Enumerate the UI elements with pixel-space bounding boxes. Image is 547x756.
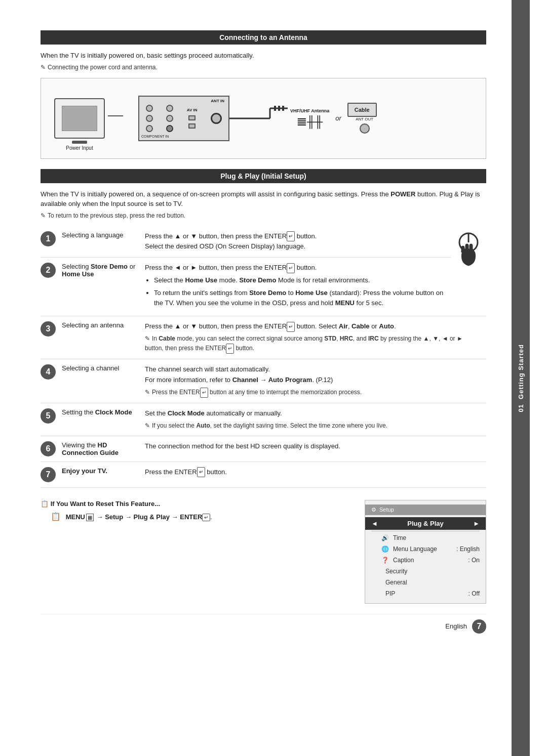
svg-rect-4	[278, 106, 280, 111]
step-3-row: 3 Selecting an antenna Press the ▲ or ▼ …	[41, 316, 486, 359]
step-3-label: Selecting an antenna	[60, 316, 141, 359]
step-6-label: Viewing the HD Connection Guide	[60, 436, 141, 461]
svg-rect-5	[282, 106, 284, 111]
step-6-desc: The connection method for the best HD sc…	[141, 436, 486, 461]
menu-header-row: ⚙ Setup	[365, 505, 486, 515]
plug-play-section-header: Plug & Play (Initial Setup)	[41, 169, 486, 183]
plug-play-note: To return to the previous step, press th…	[41, 212, 486, 219]
step-1-desc: Press the ▲ or ▼ button, then press the …	[141, 226, 451, 258]
step-1-label: Selecting a language	[60, 226, 141, 258]
step-7-row: 7 Enjoy your TV. Press the ENTER↵ button…	[41, 461, 486, 487]
back-panel: ANT IN COMPONENT IN AV IN	[138, 96, 229, 141]
power-input-label: Power Input	[66, 145, 93, 151]
step-5-label: Setting the Clock Mode	[60, 403, 141, 436]
menu-row-language: 🌐 Menu Language : English	[365, 543, 486, 555]
step-6-number: 6	[41, 441, 56, 456]
page-number: 7	[472, 619, 486, 634]
step-2-number: 2	[41, 263, 56, 278]
step-4-label: Selecting a channel	[60, 359, 141, 403]
svg-rect-3	[274, 106, 276, 111]
step-4-desc: The channel search will start automatica…	[141, 359, 486, 403]
cable-label: Cable	[347, 103, 377, 117]
antenna-intro: When the TV is initially powered on, bas…	[41, 51, 486, 61]
step-7-label: Enjoy your TV.	[60, 461, 141, 487]
or-separator: or	[335, 114, 341, 122]
reset-instruction: 📋 MENU▦ → Setup → Plug & Play → ENTER↵.	[51, 512, 349, 521]
reset-title: If You Want to Reset This Feature...	[41, 500, 349, 508]
power-button-icon	[456, 231, 481, 268]
footer-language: English	[445, 622, 467, 630]
step-7-desc: Press the ENTER↵ button.	[141, 461, 486, 487]
av-in-label: AV IN	[187, 108, 198, 112]
antenna-section-header: Connecting to an Antenna	[41, 30, 486, 45]
menu-row-caption: ❓ Caption : On	[365, 555, 486, 566]
antenna-diagram: Power Input ANT IN COMPONENT IN	[41, 78, 486, 159]
step-6-row: 6 Viewing the HD Connection Guide The co…	[41, 436, 486, 461]
menu-row-time: 🔊 Time	[365, 532, 486, 543]
step-3-number: 3	[41, 321, 56, 337]
plug-play-intro: When the TV is initially powered on, a s…	[41, 189, 486, 209]
tv-illustration	[54, 98, 105, 139]
menu-row-security: Security	[365, 566, 486, 577]
step-2-row: 2 Selecting Store Demo or Home Use Press…	[41, 258, 486, 316]
menu-row-pip: PIP : Off	[365, 588, 486, 599]
step-4-number: 4	[41, 364, 56, 380]
right-sidebar-tab: 01 Getting Started	[512, 0, 530, 756]
ant-in-label: ANT IN	[211, 99, 224, 103]
reset-left: If You Want to Reset This Feature... 📋 M…	[41, 500, 349, 604]
ant-out-section: ANT OUT	[353, 117, 377, 134]
menu-selected-plug-play: ◄ Plug & Play ►	[365, 517, 486, 530]
component-in-label: COMPONENT IN	[141, 135, 169, 138]
step-5-desc: Set the Clock Mode automatically or manu…	[141, 403, 486, 436]
menu-screenshot: ⚙ Setup ◄ Plug & Play ► 🔊 Time	[365, 500, 486, 604]
step-1-number: 1	[41, 231, 56, 246]
step-3-desc: Press the ▲ or ▼ button, then press the …	[141, 316, 486, 359]
step-4-row: 4 Selecting a channel The channel search…	[41, 359, 486, 403]
antenna-note: Connecting the power cord and antenna.	[41, 64, 486, 71]
menu-row-general: General	[365, 577, 486, 588]
step-1-row: 1 Selecting a language Press the ▲ or ▼ …	[41, 226, 486, 258]
step-2-desc: Press the ◄ or ► button, then press the …	[141, 258, 451, 316]
reset-section: If You Want to Reset This Feature... 📋 M…	[41, 500, 486, 604]
step-7-number: 7	[41, 467, 56, 482]
step-5-row: 5 Setting the Clock Mode Set the Clock M…	[41, 403, 486, 436]
steps-table: 1 Selecting a language Press the ▲ or ▼ …	[41, 226, 486, 488]
page-footer: English 7	[41, 614, 486, 634]
connection-lines-svg	[229, 103, 290, 134]
step-2-label: Selecting Store Demo or Home Use	[60, 258, 141, 316]
vhf-uhf-antenna: VHF/UHF Antenna 𝌆╫╫	[290, 108, 329, 129]
step-5-number: 5	[41, 408, 56, 424]
